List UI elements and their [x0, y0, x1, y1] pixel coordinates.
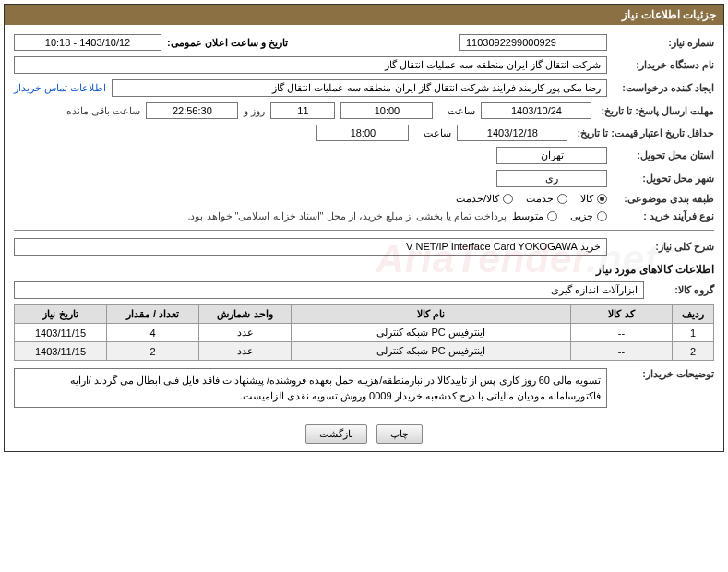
- requester-value: رضا مکی پور کارمند فرایند شرکت انتقال گا…: [112, 79, 607, 97]
- buyer-contact-link[interactable]: اطلاعات تماس خریدار: [14, 82, 106, 94]
- need-number-value: 1103092299000929: [459, 34, 607, 51]
- province-label: استان محل تحویل:: [613, 149, 714, 161]
- purchase-opt-minor[interactable]: جزیی: [570, 210, 607, 222]
- panel-title: جزئیات اطلاعات نیاز: [5, 5, 723, 25]
- purchase-radio-group: جزیی متوسط: [512, 210, 607, 222]
- class-radio-group: کالا خدمت کالا/خدمت: [456, 193, 607, 205]
- time-label-1: ساعت: [438, 105, 475, 117]
- requester-label: ایجاد کننده درخواست:: [613, 82, 714, 94]
- purchase-note: پرداخت تمام یا بخشی از مبلغ خرید، از محل…: [187, 210, 507, 222]
- public-announce-label: تاریخ و ساعت اعلان عمومی:: [167, 37, 288, 49]
- row-purchase-type: نوع فرآیند خرید : جزیی متوسط پرداخت تمام…: [14, 210, 714, 222]
- summary-label: شرح کلی نیاز:: [613, 241, 714, 253]
- table-header-row: ردیف کد کالا نام کالا واحد شمارش تعداد /…: [15, 305, 714, 324]
- col-need-date: تاریخ نیاز: [15, 305, 107, 324]
- items-section-title: اطلاعات کالاهای مورد نیاز: [14, 263, 714, 276]
- row-deadline: مهلت ارسال پاسخ: تا تاریخ: 1403/10/24 سا…: [14, 102, 714, 119]
- table-row: 2 -- اینترفیس PC شبکه کنترلی عدد 2 1403/…: [15, 342, 714, 361]
- city-value: ری: [496, 170, 607, 187]
- buyer-org-label: نام دستگاه خریدار:: [613, 59, 714, 71]
- radio-icon: [503, 194, 513, 204]
- city-label: شهر محل تحویل:: [613, 173, 714, 185]
- row-requester: ایجاد کننده درخواست: رضا مکی پور کارمند …: [14, 79, 714, 97]
- row-city: شهر محل تحویل: ری: [14, 170, 714, 187]
- radio-icon: [597, 194, 607, 204]
- deadline-time: 10:00: [340, 102, 433, 119]
- purchase-type-label: نوع فرآیند خرید :: [613, 210, 714, 222]
- print-button[interactable]: چاپ: [376, 424, 423, 444]
- public-announce-value: 1403/10/12 - 10:18: [14, 34, 161, 51]
- class-opt-both[interactable]: کالا/خدمت: [456, 193, 513, 205]
- remaining-time: 22:56:30: [146, 102, 238, 119]
- days-and: روز و: [244, 105, 265, 117]
- group-label: گروه کالا:: [650, 284, 714, 296]
- deadline-label: مهلت ارسال پاسخ: تا تاریخ:: [597, 105, 714, 117]
- back-button[interactable]: بازگشت: [305, 424, 367, 444]
- deadline-date: 1403/10/24: [481, 102, 591, 119]
- radio-icon: [557, 194, 567, 204]
- summary-value: خرید V NET/IP Interface Card YOKOGAWA: [14, 238, 607, 256]
- time-label-2: ساعت: [414, 127, 451, 139]
- row-price-validity: حداقل تاریخ اعتبار قیمت: تا تاریخ: 1403/…: [14, 125, 714, 141]
- col-row: ردیف: [673, 305, 714, 324]
- items-table: ردیف کد کالا نام کالا واحد شمارش تعداد /…: [14, 304, 714, 361]
- buyer-org-value: شرکت انتقال گاز ایران منطقه سه عملیات ان…: [14, 56, 607, 74]
- purchase-opt-medium[interactable]: متوسط: [512, 210, 557, 222]
- remaining-suffix: ساعت باقی مانده: [66, 105, 140, 117]
- explain-label: توضیحات خریدار:: [613, 368, 714, 380]
- row-need-number: شماره نیاز: 1103092299000929 تاریخ و ساع…: [14, 34, 714, 51]
- button-row: چاپ بازگشت: [5, 417, 723, 451]
- row-group: گروه کالا: ابزارآلات اندازه گیری: [14, 281, 714, 299]
- price-validity-label: حداقل تاریخ اعتبار قیمت: تا تاریخ:: [573, 127, 714, 139]
- col-unit: واحد شمارش: [199, 305, 292, 324]
- need-details-panel: جزئیات اطلاعات نیاز AriaTender.net شماره…: [4, 4, 724, 452]
- row-province: استان محل تحویل: تهران: [14, 147, 714, 164]
- separator: [14, 230, 714, 231]
- province-value: تهران: [496, 147, 607, 164]
- row-summary: شرح کلی نیاز: خرید V NET/IP Interface Ca…: [14, 238, 714, 256]
- row-classification: طبقه بندی موضوعی: کالا خدمت کالا/خدمت: [14, 193, 714, 205]
- class-label: طبقه بندی موضوعی:: [613, 193, 714, 205]
- radio-icon: [547, 211, 557, 221]
- explain-value: تسویه مالی 60 روز کاری پس از تاییدکالا د…: [14, 368, 607, 408]
- col-code: کد کالا: [571, 305, 673, 324]
- class-opt-goods[interactable]: کالا: [580, 193, 607, 205]
- col-qty: تعداد / مقدار: [107, 305, 199, 324]
- radio-icon: [597, 211, 607, 221]
- class-opt-service[interactable]: خدمت: [526, 193, 567, 205]
- need-number-label: شماره نیاز:: [613, 37, 714, 49]
- col-name: نام کالا: [292, 305, 571, 324]
- table-row: 1 -- اینترفیس PC شبکه کنترلی عدد 4 1403/…: [15, 324, 714, 342]
- price-validity-time: 18:00: [316, 125, 409, 141]
- panel-body: AriaTender.net شماره نیاز: 1103092299000…: [5, 25, 723, 417]
- price-validity-date: 1403/12/18: [457, 125, 567, 141]
- days-value: 11: [270, 102, 335, 119]
- group-value: ابزارآلات اندازه گیری: [14, 281, 644, 299]
- row-explain: توضیحات خریدار: تسویه مالی 60 روز کاری پ…: [14, 368, 714, 408]
- row-buyer-org: نام دستگاه خریدار: شرکت انتقال گاز ایران…: [14, 56, 714, 74]
